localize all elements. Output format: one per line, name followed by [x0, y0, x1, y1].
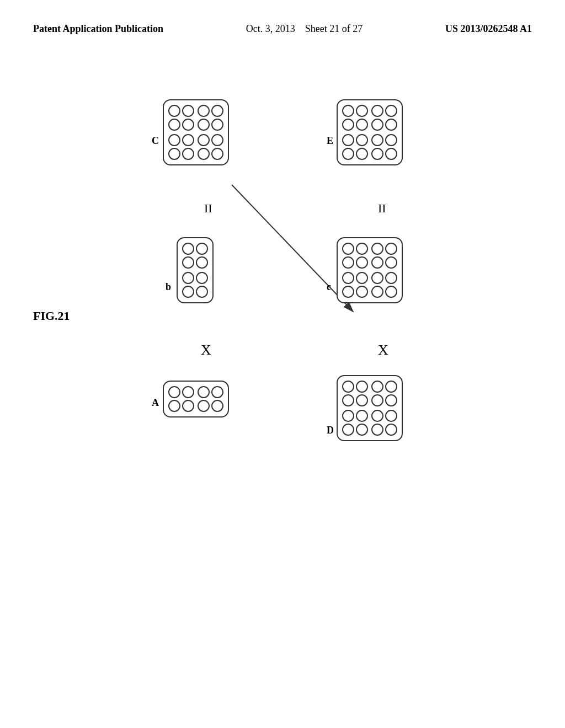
sub-block: [342, 243, 368, 269]
label-d-bot: D: [327, 425, 334, 436]
label-c-mid: c: [327, 281, 331, 293]
circle: [198, 400, 210, 412]
block-c-mid: [337, 237, 403, 303]
sub-block: [198, 386, 223, 412]
circle: [356, 424, 368, 436]
patent-number-label: US 2013/0262548 A1: [445, 22, 532, 36]
date-label: Oct. 3, 2013: [246, 23, 295, 34]
circle: [356, 148, 368, 160]
circle: [342, 105, 354, 117]
sub-block: [371, 410, 397, 436]
circle: [371, 134, 383, 146]
circle: [371, 105, 383, 117]
diagram-area: C: [44, 83, 521, 673]
sub-block: [168, 386, 194, 412]
circle: [371, 272, 383, 284]
svg-line-1: [232, 185, 353, 312]
circle: [371, 394, 383, 406]
circle: [182, 286, 194, 298]
circle: [196, 243, 208, 255]
circle: [371, 243, 383, 255]
block-d-bot: [337, 375, 403, 441]
conn-label-ii-left: II: [204, 201, 212, 216]
block-row: [168, 386, 223, 412]
circle: [182, 256, 194, 269]
sub-block: [371, 243, 397, 269]
circle: [168, 105, 180, 117]
circle: [356, 394, 368, 406]
circle: [385, 134, 397, 146]
block-d-bot-circles: [342, 381, 397, 436]
conn-label-ii-right: II: [378, 201, 386, 216]
block-b-mid: [177, 237, 214, 303]
circle: [196, 286, 208, 298]
circle: [371, 256, 383, 269]
circle: [342, 243, 354, 255]
arrow-overlay: [44, 83, 521, 673]
circle: [168, 148, 180, 160]
circle: [198, 134, 210, 146]
circle: [198, 119, 210, 131]
circle: [182, 134, 194, 146]
block-row: [342, 105, 397, 131]
label-b-mid: b: [166, 281, 171, 293]
block-row: [182, 243, 208, 269]
block-row: [342, 134, 397, 160]
circle: [182, 119, 194, 131]
circle: [211, 386, 223, 398]
circle: [356, 381, 368, 393]
circle: [356, 256, 368, 269]
circle: [168, 134, 180, 146]
circle: [385, 424, 397, 436]
circle: [198, 148, 210, 160]
conn-label-x-right: X: [378, 342, 388, 358]
circle: [356, 105, 368, 117]
sub-block: [168, 134, 194, 160]
sheet-label: Sheet 21 of 27: [305, 23, 363, 34]
circle: [168, 400, 180, 412]
circle: [342, 381, 354, 393]
block-row: [342, 272, 397, 298]
circle: [385, 410, 397, 422]
circle: [182, 272, 194, 284]
circle: [385, 394, 397, 406]
circle: [385, 243, 397, 255]
circle: [371, 119, 383, 131]
circle: [385, 105, 397, 117]
sub-block: [371, 105, 397, 131]
block-e-top-circles: [342, 105, 397, 160]
block-a-bot: [163, 381, 229, 417]
circle: [385, 272, 397, 284]
circle: [211, 105, 223, 117]
publication-label: Patent Application Publication: [33, 22, 163, 36]
sub-block: [342, 105, 368, 131]
block-c-top-circles: [168, 105, 223, 160]
circle: [342, 134, 354, 146]
block-c-mid-circles: [342, 243, 397, 298]
block-b-mid-circles: [182, 243, 208, 298]
circle: [211, 119, 223, 131]
circle: [356, 134, 368, 146]
sub-block: [198, 105, 223, 131]
circle: [385, 148, 397, 160]
circle: [385, 119, 397, 131]
circle: [356, 243, 368, 255]
circle: [342, 394, 354, 406]
circle: [196, 256, 208, 269]
date-sheet-label: Oct. 3, 2013 Sheet 21 of 27: [246, 22, 363, 36]
sub-block: [342, 134, 368, 160]
circle: [385, 286, 397, 298]
sub-block: [371, 134, 397, 160]
sub-block: [198, 134, 223, 160]
circle: [385, 256, 397, 269]
circle: [371, 148, 383, 160]
circle: [371, 381, 383, 393]
block-a-bot-circles: [168, 386, 223, 412]
sub-block: [371, 272, 397, 298]
conn-label-x-left: X: [201, 342, 211, 358]
sub-block: [342, 272, 368, 298]
circle: [211, 148, 223, 160]
circle: [182, 243, 194, 255]
circle: [342, 410, 354, 422]
circle: [342, 286, 354, 298]
